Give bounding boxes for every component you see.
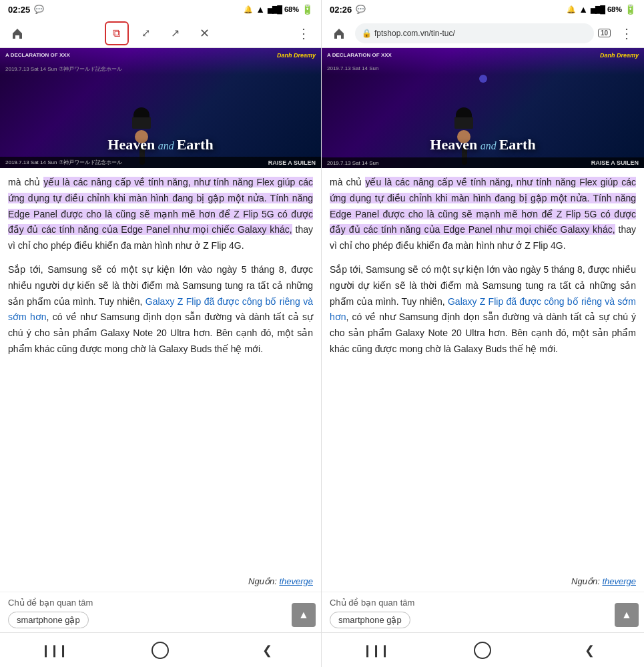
right-video-title: A DECLARATION OF XXX <box>327 52 392 58</box>
right-more-button[interactable]: ⋮ <box>615 21 639 45</box>
pip-button[interactable]: ⧉ <box>105 21 129 45</box>
right-url: fptshop.com.vn/tin-tuc/ <box>374 29 587 38</box>
right-source-link[interactable]: theverge <box>602 576 636 586</box>
right-back-button[interactable]: ❮ <box>570 636 610 665</box>
right-time: 02:26 <box>330 5 352 15</box>
right-source: Nguồn: theverge <box>322 571 644 592</box>
left-signal-icon: ▅▇█ <box>268 5 282 14</box>
left-tags-label: Chủ đề bạn quan tâm <box>8 598 313 608</box>
right-message-icon: 💬 <box>356 5 366 14</box>
left-recents-button[interactable]: ❙❙❙ <box>33 636 73 665</box>
right-recents-button[interactable]: ❙❙❙ <box>355 636 395 665</box>
left-more-button[interactable]: ⋮ <box>292 21 316 45</box>
right-panel: 02:26 💬 🔔 ▲ ▅▇█ 68% 🔋 <box>322 0 644 632</box>
left-source: Nguồn: theverge <box>0 571 321 592</box>
right-toolbar: 🔒 fptshop.com.vn/tin-tuc/ 10 ⋮ <box>322 19 644 48</box>
left-panel: 02:25 💬 🔔 ▲ ▅▇█ 68% 🔋 <box>0 0 322 632</box>
right-video-bottombar: 2019.7.13 Sat 14 Sun RAISE A SUILEN <box>322 157 644 168</box>
left-source-link[interactable]: theverge <box>279 576 313 586</box>
right-status-bar: 02:26 💬 🔔 ▲ ▅▇█ 68% 🔋 <box>322 0 644 19</box>
left-video-subtitle: Heaven and Earth <box>107 136 213 153</box>
left-wifi-icon: ▲ <box>256 4 265 15</box>
left-article: mà chủ yếu là các nâng cấp về tính năng,… <box>0 168 321 571</box>
left-battery-icon: 🔋 <box>302 4 313 15</box>
right-nav: ❙❙❙ ❮ <box>322 633 643 667</box>
right-tag-smartphone[interactable]: smartphone gập <box>330 612 410 628</box>
right-tab-count[interactable]: 10 <box>598 29 611 37</box>
left-back-button[interactable]: ❮ <box>248 636 288 665</box>
right-video-container: A DECLARATION OF XXX Danh Dreamy 2019.7.… <box>322 48 644 168</box>
right-tags-label: Chủ đề bạn quan tâm <box>330 598 636 608</box>
right-address-bar[interactable]: 🔒 fptshop.com.vn/tin-tuc/ <box>355 23 594 43</box>
right-tags-section: Chủ đề bạn quan tâm smartphone gập ▲ <box>322 592 644 632</box>
right-video-brand: Danh Dreamy <box>600 52 639 59</box>
close-video-button[interactable]: ✕ <box>193 21 217 45</box>
lock-icon: 🔒 <box>362 29 372 38</box>
right-video-date: 2019.7.13 Sat 14 Sun <box>327 65 378 71</box>
left-home-button[interactable] <box>5 21 29 45</box>
right-home-nav-button[interactable] <box>462 636 503 665</box>
left-video-date: 2019.7.13 Sat 14 Sun ⑦神戸ワールド記念ホール <box>5 65 122 73</box>
left-battery-pct: 68% <box>284 5 299 13</box>
right-signal-icon: ▅▇█ <box>591 5 605 14</box>
right-video-scene: A DECLARATION OF XXX Danh Dreamy 2019.7.… <box>322 48 644 168</box>
left-message-icon: 💬 <box>34 5 44 14</box>
left-scroll-up-button[interactable]: ▲ <box>292 603 316 627</box>
right-article: mà chủ yếu là các nâng cấp về tính năng,… <box>322 168 644 571</box>
right-wifi-icon: ▲ <box>579 4 588 15</box>
left-toolbar: ⧉ ⤢ ↗ ✕ ⋮ <box>0 19 321 48</box>
left-nav: ❙❙❙ ❮ <box>0 633 322 667</box>
left-video-scene: A DECLARATION OF XXX Danh Dreamy 2019.7.… <box>0 48 321 168</box>
left-time: 02:25 <box>8 5 30 15</box>
left-tag-smartphone[interactable]: smartphone gập <box>8 612 89 628</box>
expand-button[interactable]: ⤢ <box>134 21 158 45</box>
left-video-brand: Danh Dreamy <box>277 52 316 59</box>
left-video-container: A DECLARATION OF XXX Danh Dreamy 2019.7.… <box>0 48 321 168</box>
left-status-bar: 02:25 💬 🔔 ▲ ▅▇█ 68% 🔋 <box>0 0 321 19</box>
right-article-link[interactable]: Galaxy Z Flip đã được công bố riêng và s… <box>330 296 636 323</box>
right-video-subtitle: Heaven and Earth <box>430 136 535 153</box>
left-video-title: A DECLARATION OF XXX <box>5 52 70 58</box>
right-battery-icon: 🔋 <box>625 4 636 15</box>
left-tags-section: Chủ đề bạn quan tâm smartphone gập ▲ <box>0 592 321 632</box>
right-video-cursor <box>479 75 487 83</box>
left-alarm-icon: 🔔 <box>244 5 253 14</box>
right-scroll-up-button[interactable]: ▲ <box>615 603 639 627</box>
popout-button[interactable]: ↗ <box>164 21 188 45</box>
right-alarm-icon: 🔔 <box>567 5 576 14</box>
left-home-nav-button[interactable] <box>140 636 180 665</box>
right-battery-pct: 68% <box>607 5 622 13</box>
navigation-bar: ❙❙❙ ❮ ❙❙❙ ❮ <box>0 632 644 667</box>
right-home-button[interactable] <box>327 21 351 45</box>
left-video-bottombar: 2019.7.13 Sat 14 Sun ⑦神戸ワールド記念ホール RAISE … <box>0 157 321 168</box>
left-article-link[interactable]: Galaxy Z Flip đã được công bố riêng và s… <box>8 296 313 323</box>
